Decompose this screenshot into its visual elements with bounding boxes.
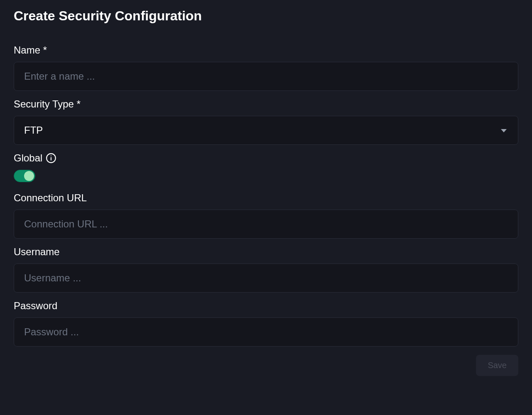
password-input[interactable] (14, 317, 518, 347)
toggle-thumb (24, 171, 34, 181)
password-field-group: Password (14, 300, 518, 347)
connection-url-label: Connection URL (14, 192, 518, 204)
connection-url-input[interactable] (14, 210, 518, 239)
name-input[interactable] (14, 62, 518, 91)
security-type-field-group: Security Type * FTP (14, 98, 518, 145)
name-label: Name * (14, 44, 518, 56)
username-input[interactable] (14, 264, 518, 293)
global-toggle[interactable] (14, 170, 35, 182)
global-label: Global (14, 152, 42, 164)
page-title: Create Security Configuration (14, 8, 518, 24)
connection-url-field-group: Connection URL (14, 192, 518, 239)
global-label-row: Global (14, 152, 518, 164)
security-type-label: Security Type * (14, 98, 518, 110)
save-button[interactable]: Save (476, 355, 518, 376)
security-type-select[interactable]: FTP (14, 116, 518, 145)
security-type-select-wrapper: FTP (14, 116, 518, 145)
name-field-group: Name * (14, 44, 518, 91)
username-field-group: Username (14, 246, 518, 293)
svg-point-2 (51, 156, 51, 156)
info-icon[interactable] (46, 153, 56, 164)
username-label: Username (14, 246, 518, 258)
button-row: Save (14, 355, 518, 376)
global-field-group: Global (14, 152, 518, 182)
password-label: Password (14, 300, 518, 312)
